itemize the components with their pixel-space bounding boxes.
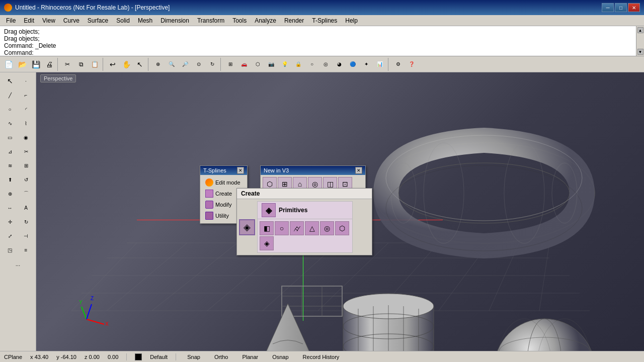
lt-polyline[interactable]: ⌐ xyxy=(19,88,34,102)
lt-text[interactable]: A xyxy=(19,201,34,214)
menu-analyze[interactable]: Analyze xyxy=(251,16,280,25)
menu-dimension[interactable]: Dimension xyxy=(156,16,193,25)
lt-nurbs[interactable]: ⊿ xyxy=(3,145,18,158)
menu-mesh[interactable]: Mesh xyxy=(134,16,156,25)
lt-trim[interactable]: ✂ xyxy=(19,145,34,158)
ts-editmode[interactable]: Edit mode xyxy=(202,177,245,188)
lt-sphere2[interactable]: ◉ xyxy=(19,131,34,144)
tb-tspline[interactable]: ✦ xyxy=(360,58,373,71)
tb-pan[interactable]: ✋ xyxy=(120,58,133,71)
tb-obj1[interactable]: ○ xyxy=(305,58,318,71)
tsplines-close[interactable]: ✕ xyxy=(237,167,244,174)
tb-settings[interactable]: ⚙ xyxy=(391,58,405,71)
tb-zoom-out[interactable]: 🔎 xyxy=(179,58,192,71)
newv3-close[interactable]: ✕ xyxy=(355,167,362,174)
tb-grid[interactable]: ⊞ xyxy=(224,58,237,71)
minimize-button[interactable]: ─ xyxy=(602,3,614,12)
menu-transform[interactable]: Transform xyxy=(193,16,228,25)
tb-light[interactable]: 💡 xyxy=(278,58,291,71)
lt-history[interactable]: ◳ xyxy=(3,243,18,256)
lt-freeform[interactable]: ⌇ xyxy=(19,117,34,130)
tb-save[interactable]: 💾 xyxy=(29,58,42,71)
menu-file[interactable]: File xyxy=(2,16,20,25)
lt-fillet[interactable]: ⌒ xyxy=(19,187,34,200)
menu-curve[interactable]: Curve xyxy=(59,16,84,25)
lt-circle[interactable]: ○ xyxy=(3,103,18,116)
tb-rotate[interactable]: ↻ xyxy=(206,58,219,71)
osnap-btn[interactable]: Osnap xyxy=(269,353,291,360)
lt-blend[interactable]: ≋ xyxy=(3,159,18,172)
tb-new[interactable]: 📄 xyxy=(2,58,15,71)
tb-print[interactable]: 🖨 xyxy=(43,58,56,71)
lt-offset[interactable]: ⊞ xyxy=(19,159,34,172)
close-button[interactable]: ✕ xyxy=(628,3,640,12)
newv3-header[interactable]: New in V3 ✕ xyxy=(261,166,365,175)
title-buttons[interactable]: ─ □ ✕ xyxy=(602,3,640,12)
tb-select[interactable]: ↖ xyxy=(133,58,146,71)
prim-quad[interactable]: ⬡ xyxy=(335,221,349,235)
tb-copy[interactable]: ⧉ xyxy=(74,58,88,71)
menu-solid[interactable]: Solid xyxy=(112,16,134,25)
tb-sphere[interactable]: 🔵 xyxy=(346,58,359,71)
planar-btn[interactable]: Planar xyxy=(239,353,261,360)
lt-extrude[interactable]: ⬆ xyxy=(3,173,18,186)
tb-cut[interactable]: ✂ xyxy=(61,58,74,71)
lt-scale[interactable]: ⤢ xyxy=(3,229,18,242)
tb-zoom-sel[interactable]: ⊙ xyxy=(192,58,205,71)
tsplines-header[interactable]: T-Splines ✕ xyxy=(200,166,247,175)
tb-obj2[interactable]: ◎ xyxy=(319,58,332,71)
prim-icon[interactable]: ◈ xyxy=(262,203,276,217)
menu-render[interactable]: Render xyxy=(280,16,308,25)
menu-tsplines[interactable]: T-Splines xyxy=(308,16,341,25)
lt-arc[interactable]: ◜ xyxy=(19,103,34,116)
prim-torus[interactable]: ◎ xyxy=(320,221,334,235)
tb-camera[interactable]: 📷 xyxy=(265,58,278,71)
prim-cone[interactable]: △ xyxy=(305,221,319,235)
tb-analyze[interactable]: 📊 xyxy=(373,58,386,71)
prim-sphere[interactable]: ○ xyxy=(275,221,289,235)
lt-move[interactable]: ✛ xyxy=(3,215,18,228)
tb-undo[interactable]: ↩ xyxy=(106,58,119,71)
menu-view[interactable]: View xyxy=(38,16,59,25)
tb-lock[interactable]: 🔒 xyxy=(292,58,305,71)
lt-dim[interactable]: ↔ xyxy=(3,201,18,214)
tb-zoom-in[interactable]: 🔍 xyxy=(165,58,178,71)
lt-dots[interactable]: … xyxy=(11,257,26,270)
lt-line[interactable]: ╱ xyxy=(3,88,18,102)
lt-select[interactable]: ↖ xyxy=(3,74,18,87)
cmd-prompt[interactable]: Command: xyxy=(4,49,640,56)
tb-open[interactable]: 📂 xyxy=(16,58,29,71)
tb-obj3[interactable]: ◕ xyxy=(333,58,346,71)
lt-rotate2[interactable]: ↻ xyxy=(19,215,34,228)
lt-point[interactable]: · xyxy=(19,74,34,87)
lt-curve[interactable]: ∿ xyxy=(3,117,18,130)
axis-indicator: X Y Z xyxy=(76,289,117,331)
lt-boolean[interactable]: ⊕ xyxy=(3,187,18,200)
history-btn[interactable]: Record History xyxy=(300,353,343,360)
viewport[interactable]: Perspective xyxy=(36,72,644,351)
prim-box[interactable]: ◧ xyxy=(260,221,274,235)
lt-box[interactable]: ▭ xyxy=(3,131,18,144)
cmd-scrollbar[interactable]: ▲ ▼ xyxy=(636,26,644,56)
tb-sep3 xyxy=(148,58,150,71)
tb-sep4 xyxy=(220,58,222,71)
ortho-btn[interactable]: Ortho xyxy=(211,353,231,360)
menu-help[interactable]: Help xyxy=(341,16,362,25)
menu-surface[interactable]: Surface xyxy=(84,16,112,25)
lt-layers[interactable]: ≡ xyxy=(19,243,34,256)
maximize-button[interactable]: □ xyxy=(615,3,627,12)
snap-btn[interactable]: Snap xyxy=(184,353,203,360)
lt-mirror[interactable]: ⊣ xyxy=(19,229,34,242)
tb-help[interactable]: ❓ xyxy=(405,58,418,71)
tb-paste[interactable]: 📋 xyxy=(88,58,101,71)
tb-zoom-ex[interactable]: ⊕ xyxy=(151,58,165,71)
prim-cylinder[interactable]: ⌭ xyxy=(290,221,304,235)
create-big-icon[interactable]: ◈ xyxy=(239,219,255,235)
tb-snap[interactable]: 🚗 xyxy=(237,58,251,71)
lt-revolve[interactable]: ↺ xyxy=(19,173,34,186)
lt-row3: ○ ◜ xyxy=(3,103,34,116)
prim-extra[interactable]: ◈ xyxy=(260,236,274,250)
menu-edit[interactable]: Edit xyxy=(20,16,38,25)
menu-tools[interactable]: Tools xyxy=(228,16,251,25)
tb-wire[interactable]: ⬡ xyxy=(251,58,264,71)
